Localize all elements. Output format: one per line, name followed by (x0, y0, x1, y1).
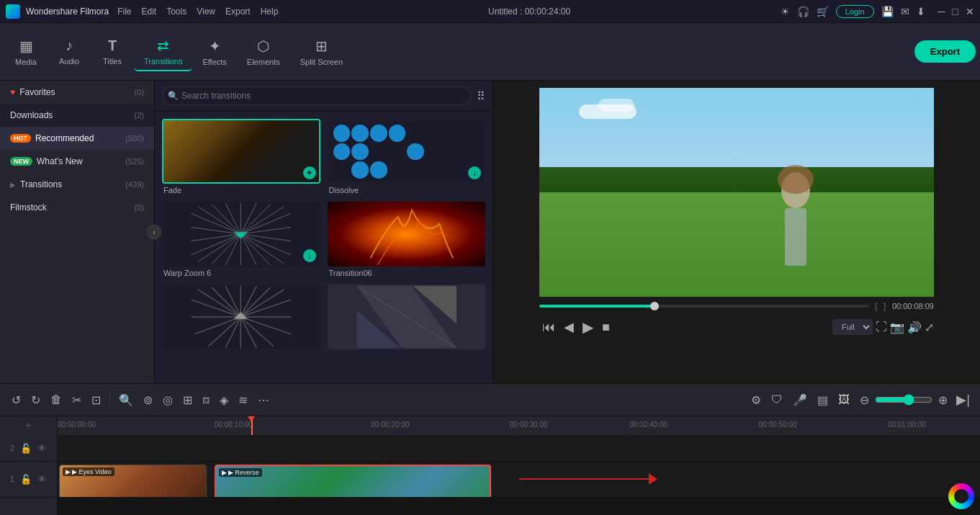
sidebar-item-downloads[interactable]: Downloads (2) (0, 104, 154, 127)
settings-button[interactable]: ⚙ (747, 389, 765, 411)
maximize-button[interactable]: □ (953, 6, 958, 17)
menu-help[interactable]: Help (261, 6, 279, 17)
eye-icon-1[interactable]: 👁 (37, 474, 47, 485)
export-button[interactable]: Export (914, 40, 976, 63)
step-back-button[interactable]: ⏮ (539, 317, 558, 338)
download-icon[interactable]: ⬇ (917, 6, 925, 17)
right-panel: { } 00:00:08:09 ⏮ ◀ ▶ ■ Full ⛶ 📷 🔊 ⤢ (493, 81, 980, 383)
eye-icon-2[interactable]: 👁 (37, 443, 47, 454)
toolbar-elements[interactable]: ⬡ Elements (237, 33, 290, 71)
svg-line-37 (208, 317, 240, 346)
redo-button[interactable]: ↻ (27, 389, 45, 411)
prev-frame-button[interactable]: ◀ (561, 316, 577, 338)
expand-button[interactable]: ⋯ (253, 389, 274, 411)
cart-icon[interactable]: 🛒 (817, 6, 829, 17)
resolution-select[interactable]: Full (832, 319, 873, 335)
color-grade-button[interactable]: ◈ (215, 389, 233, 411)
grid-view-icon[interactable]: ⠿ (477, 89, 485, 103)
transitions-grid-container: + Fade (155, 112, 493, 383)
svg-line-24 (212, 287, 240, 317)
toolbar-transitions[interactable]: ⇄ Transitions (134, 32, 192, 71)
add-track-button[interactable]: ▶| (953, 389, 973, 411)
split-button[interactable]: ⧈ (198, 389, 214, 411)
sidebar-collapse-button[interactable]: ‹ (147, 225, 161, 239)
toolbar-effects[interactable]: ✦ Effects (192, 33, 236, 71)
sidebar-item-favorites[interactable]: ♥ Favorites (0) (0, 81, 154, 104)
title-center: Untitled : 00:00:24:00 (284, 6, 774, 17)
search-input[interactable] (162, 86, 471, 105)
search-bar: 🔍 ⠿ (155, 81, 493, 112)
fit-button[interactable]: ⊞ (179, 389, 197, 411)
fullscreen-button[interactable]: ⛶ (876, 321, 887, 333)
track-2-content (58, 435, 980, 461)
add-track-icon[interactable]: + (25, 419, 32, 432)
minimize-button[interactable]: ─ (938, 6, 945, 17)
transition-item-transition06[interactable]: Transition06 (328, 202, 486, 277)
warp-zoom-thumbnail: ↓ (162, 202, 320, 267)
zoom-out-button[interactable]: ⊖ (855, 389, 873, 411)
split-screen-label: Split Screen (300, 58, 343, 66)
clip-eyes-video[interactable]: ▶ ▶ Eyes Video (59, 465, 207, 496)
progress-handle (650, 302, 659, 310)
cut-button[interactable]: ✂ (68, 389, 86, 411)
sticker-button[interactable]: 🖼 (834, 389, 854, 411)
stop-button[interactable]: ■ (599, 317, 613, 338)
delete-button[interactable]: 🗑 (46, 389, 66, 411)
transition-item-generic1[interactable] (162, 285, 320, 349)
expand-preview-button[interactable]: ⤢ (925, 321, 934, 334)
progress-bar[interactable] (539, 305, 869, 308)
bracket-close-icon: } (884, 301, 886, 311)
zoom-magnify-button[interactable]: 🔍 (114, 389, 138, 411)
transitions-icon: ⇄ (157, 37, 169, 54)
app-logo-icon (6, 4, 20, 19)
save-icon[interactable]: 💾 (881, 6, 894, 17)
snapshot-button[interactable]: 📷 (890, 321, 904, 334)
toolbar-titles[interactable]: T Titles (91, 33, 134, 70)
transition-item-warp-zoom[interactable]: ↓ Warp Zoom 6 (162, 202, 320, 277)
preview-controls: ⏮ ◀ ▶ ■ Full ⛶ 📷 🔊 ⤢ (539, 315, 934, 339)
titlebar: Wondershare Filmora File Edit Tools View… (0, 0, 980, 23)
sidebar-item-whats-new[interactable]: NEW What's New (525) (0, 150, 154, 173)
menu-export[interactable]: Export (225, 6, 251, 17)
search-icon: 🔍 (168, 91, 179, 101)
menu-edit[interactable]: Edit (142, 6, 157, 17)
sidebar-item-filmstock[interactable]: Filmstock (0) (0, 196, 154, 219)
subtitle-button[interactable]: ▤ (813, 389, 832, 411)
svg-marker-22 (234, 232, 248, 239)
audio-waveform-button[interactable]: ≋ (234, 389, 252, 411)
brightness-icon[interactable]: ☀ (781, 6, 790, 17)
dissolve-thumbnail: ↓ (328, 119, 486, 184)
mic-button[interactable]: 🎤 (788, 389, 812, 411)
login-button[interactable]: Login (836, 5, 874, 18)
crop-button[interactable]: ⊡ (87, 389, 105, 411)
volume-button[interactable]: 🔊 (907, 321, 922, 334)
warp-zoom-label: Warp Zoom 6 (162, 269, 320, 277)
zoom-in-button[interactable]: ⊕ (934, 389, 952, 411)
ripple-button[interactable]: ⊚ (139, 389, 157, 411)
lock-icon-1[interactable]: 🔓 (20, 474, 32, 485)
play-button[interactable]: ▶ (580, 315, 596, 339)
mark-button[interactable]: ◎ (158, 389, 177, 411)
close-button[interactable]: ✕ (966, 6, 974, 17)
toolbar-split-screen[interactable]: ⊞ Split Screen (290, 33, 353, 71)
shield-button[interactable]: 🛡 (767, 389, 787, 411)
lock-icon-2[interactable]: 🔓 (20, 443, 32, 454)
transition-item-dissolve[interactable]: ↓ Dissolve (328, 119, 486, 194)
toolbar-audio[interactable]: ♪ Audio (48, 33, 91, 70)
dissolve-add-badge: ↓ (468, 166, 481, 179)
audio-icon: ♪ (66, 37, 73, 54)
sidebar-item-transitions[interactable]: ▶ Transitions (439) (0, 173, 154, 196)
menu-view[interactable]: View (197, 6, 215, 17)
mail-icon[interactable]: ✉ (901, 6, 909, 17)
menu-file[interactable]: File (117, 6, 131, 17)
sidebar-item-recommended[interactable]: HOT Recommended (500) (0, 127, 154, 150)
headphone-icon[interactable]: 🎧 (797, 6, 809, 17)
toolbar-media[interactable]: ▦ Media (4, 33, 48, 71)
menu-tools[interactable]: Tools (166, 6, 186, 17)
zoom-slider[interactable] (875, 394, 932, 406)
transition-item-generic2[interactable] (328, 285, 486, 349)
transition-item-fade[interactable]: + Fade (162, 119, 320, 194)
clip-reverse[interactable]: ▶ ▶ Reverse (215, 465, 491, 496)
undo-button[interactable]: ↺ (7, 389, 25, 411)
transition06-thumbnail (328, 202, 486, 267)
